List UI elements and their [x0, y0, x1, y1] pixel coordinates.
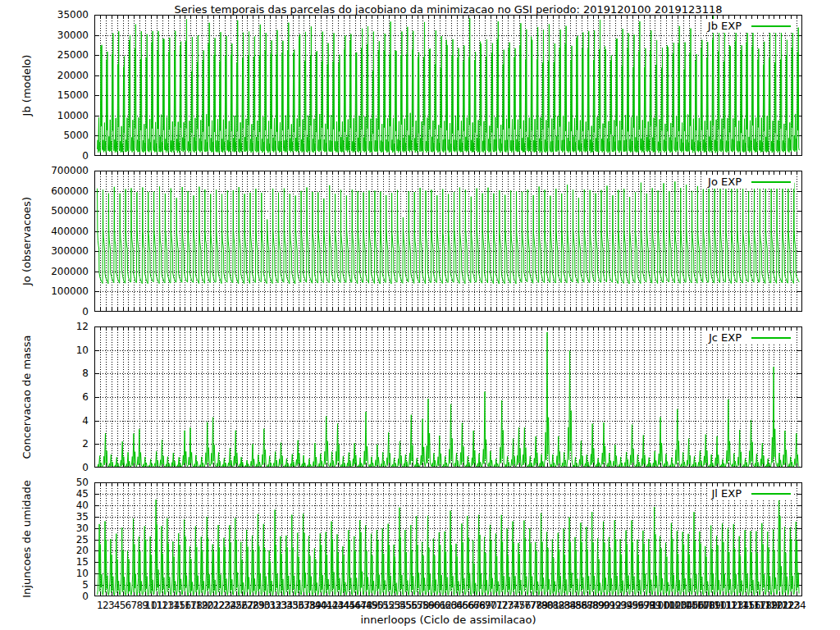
y-tick-label: 10	[7, 345, 89, 356]
y-tick-label: 25000	[7, 49, 89, 61]
legend-label-jb: Jb EXP	[708, 20, 742, 32]
panel-jc	[94, 326, 802, 468]
series-line-jc	[98, 332, 799, 468]
y-tick-label: 5	[7, 579, 89, 591]
y-tick-label: 700000	[7, 165, 89, 176]
y-tick-label: 300000	[7, 245, 89, 257]
legend-jb: Jb EXP	[705, 19, 794, 33]
y-tick-label: 35	[7, 511, 89, 523]
series-line-jb	[98, 16, 800, 153]
y-tick-label: 500000	[7, 205, 89, 217]
y-tick-label: 30	[7, 523, 89, 534]
y-tick-label: 20000	[7, 70, 89, 81]
chart-title: Series temporais das parcelas do jacobia…	[94, 3, 802, 16]
y-tick-label: 200000	[7, 266, 89, 277]
y-tick-label: 30000	[7, 30, 89, 41]
legend-jo: Jo EXP	[705, 175, 794, 189]
y-tick-label: 20	[7, 545, 89, 556]
legend-label-jc: Jc EXP	[709, 331, 742, 344]
series-line-jl	[98, 489, 799, 596]
panel-jl	[94, 482, 802, 596]
panel-jb	[94, 15, 802, 156]
legend-label-jl: Jl EXP	[711, 487, 742, 500]
y-tick-label: 0	[7, 462, 89, 473]
y-tick-label: 2	[7, 438, 89, 450]
x-axis-title: innerloops (Ciclo de assimilacao)	[94, 614, 802, 626]
legend-line-sample-jo	[751, 181, 791, 183]
y-tick-label: 45	[7, 488, 89, 500]
legend-line-sample-jc	[751, 337, 791, 339]
panel-jo	[94, 171, 802, 312]
y-tick-label: 0	[7, 150, 89, 162]
y-tick-label: 50	[7, 477, 89, 488]
y-tick-label: 35000	[7, 9, 89, 21]
y-tick-label: 10	[7, 568, 89, 579]
chart-container: Series temporais das parcelas do jacobia…	[0, 0, 840, 630]
y-tick-label: 15	[7, 556, 89, 568]
y-axis-title-jb: Jb (modelo)	[21, 55, 33, 116]
y-tick-label: 12	[7, 321, 89, 332]
y-tick-label: 0	[7, 306, 89, 317]
y-tick-label: 5000	[7, 130, 89, 141]
y-tick-label: 40	[7, 500, 89, 511]
y-tick-label: 15000	[7, 89, 89, 101]
x-tick-label: 124	[788, 600, 806, 611]
legend-jl: Jl EXP	[708, 486, 794, 500]
y-tick-label: 10000	[7, 110, 89, 121]
y-tick-label: 600000	[7, 185, 89, 197]
y-tick-label: 8	[7, 368, 89, 379]
legend-line-sample-jl	[751, 493, 791, 495]
x-tick-labels: 1234567891011121314151617181920212223242…	[0, 600, 840, 613]
legend-label-jo: Jo EXP	[708, 176, 742, 188]
y-tick-label: 100000	[7, 285, 89, 297]
y-tick-label: 25	[7, 534, 89, 546]
legend-line-sample-jb	[751, 25, 791, 27]
y-tick-label: 4	[7, 415, 89, 427]
legend-jc: Jc EXP	[705, 331, 794, 345]
y-tick-label: 400000	[7, 226, 89, 237]
y-tick-label: 6	[7, 391, 89, 403]
